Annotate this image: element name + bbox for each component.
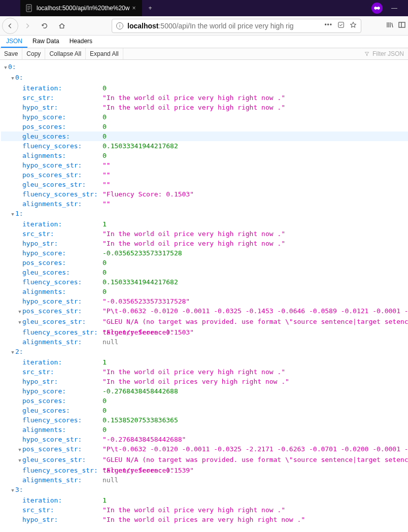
- view-tabs: JSON Raw Data Headers: [0, 36, 408, 48]
- navigation-bar: i localhost:5000/api/In the world oil pr…: [0, 16, 408, 36]
- json-row[interactable]: ▼gleu_scores_str:"GLEU N/A (no target wa…: [1, 317, 408, 327]
- toggle-icon[interactable]: ▼: [17, 445, 22, 455]
- json-row[interactable]: alignments_str:"": [1, 199, 408, 209]
- reload-button[interactable]: [37, 18, 53, 34]
- toggle-icon[interactable]: ▼: [17, 318, 22, 327]
- json-toolbar: Save Copy Collapse All Expand All Filter…: [0, 48, 408, 60]
- json-row[interactable]: src_str:"In the world oil price very hig…: [1, 229, 408, 239]
- bookmark-icon[interactable]: [350, 21, 357, 30]
- forward-button[interactable]: [19, 18, 36, 34]
- save-button[interactable]: Save: [0, 48, 22, 59]
- svg-rect-2: [399, 22, 405, 27]
- url-path: :5000/api/In the world oil price very hi…: [158, 22, 293, 30]
- json-row[interactable]: pos_scores_str:"": [1, 170, 408, 180]
- json-row[interactable]: fluency_scores:0.15033341944217682: [1, 277, 408, 287]
- json-row[interactable]: gleu_scores_str:"": [1, 180, 408, 189]
- toggle-icon[interactable]: ▼: [10, 74, 15, 83]
- json-row[interactable]: gleu_scores:0: [1, 268, 408, 277]
- json-row[interactable]: hypo_score_str:"-0.2768438458442688": [1, 435, 408, 444]
- json-row[interactable]: hypo_score:-0.03565233573317528: [1, 248, 408, 258]
- copy-button[interactable]: Copy: [22, 48, 45, 59]
- json-row[interactable]: hypo_str:"In the world oil prices are ve…: [1, 515, 408, 524]
- json-row[interactable]: hypo_str:"In the world oil price very hi…: [1, 239, 408, 248]
- json-row[interactable]: ▼pos_scores_str:"P\t-0.0632 -0.0120 -0.0…: [1, 444, 408, 455]
- json-row[interactable]: ▼1:: [1, 209, 408, 219]
- expand-all-button[interactable]: Expand All: [86, 48, 123, 59]
- home-button[interactable]: [54, 18, 70, 34]
- json-row[interactable]: ▼gleu_scores_str:"GLEU N/A (no target wa…: [1, 455, 408, 466]
- json-row[interactable]: fluency_scores_str:"Fluency Score: 0.150…: [1, 189, 408, 199]
- toggle-icon[interactable]: ▼: [10, 486, 15, 495]
- json-row[interactable]: ▼3:: [1, 485, 408, 495]
- json-row[interactable]: hypo_str:"In the world oil prices very h…: [1, 377, 408, 386]
- json-row[interactable]: hypo_str:"In the world oil price very hi…: [1, 103, 408, 112]
- json-file-icon: [25, 4, 33, 12]
- json-row[interactable]: alignments_str:null: [1, 337, 408, 347]
- json-viewer: ▼0:▼0:iteration:0src_str:"In the world o…: [0, 60, 408, 532]
- json-row[interactable]: gleu_scores:0: [1, 131, 408, 141]
- json-row[interactable]: ▼0:: [1, 73, 408, 83]
- info-icon[interactable]: i: [116, 22, 123, 29]
- toggle-icon[interactable]: ▼: [10, 210, 15, 219]
- json-row[interactable]: ▼2:: [1, 347, 408, 357]
- json-row[interactable]: pos_scores:0: [1, 122, 408, 131]
- browser-tab[interactable]: localhost:5000/api/In%20the%20wo ×: [20, 0, 142, 16]
- json-row[interactable]: pos_scores:0: [1, 396, 408, 406]
- json-row[interactable]: alignments:0: [1, 151, 408, 160]
- tab-title: localhost:5000/api/In%20the%20wo: [37, 5, 130, 12]
- url-bar[interactable]: i localhost:5000/api/In the world oil pr…: [112, 19, 361, 33]
- json-row[interactable]: ▼0:: [1, 62, 408, 73]
- json-row[interactable]: fluency_scores:0.15385207533836365: [1, 415, 408, 425]
- library-icon[interactable]: [386, 21, 394, 30]
- title-bar-right: —: [371, 0, 408, 16]
- url-host: localhost: [127, 22, 158, 30]
- json-row[interactable]: src_str:"In the world oil price very hig…: [1, 93, 408, 103]
- toggle-icon[interactable]: ▼: [10, 348, 15, 357]
- reader-mode-icon[interactable]: [337, 21, 345, 30]
- private-browsing-icon: [371, 3, 383, 14]
- page-actions-icon[interactable]: •••: [324, 21, 332, 30]
- json-row[interactable]: hypo_score_str:"-0.03565233573317528": [1, 296, 408, 306]
- json-row[interactable]: hypo_score:0: [1, 112, 408, 122]
- window-minimize-icon[interactable]: —: [387, 5, 402, 12]
- new-tab-button[interactable]: +: [143, 0, 157, 16]
- json-row[interactable]: iteration:1: [1, 357, 408, 367]
- toggle-icon[interactable]: ▼: [17, 456, 22, 466]
- filter-icon: [364, 51, 369, 56]
- json-row[interactable]: fluency_scores_str:"Fluency Score: 0.153…: [1, 466, 408, 475]
- json-row[interactable]: src_str:"In the world oil price very hig…: [1, 505, 408, 515]
- tab-headers[interactable]: Headers: [64, 36, 97, 48]
- json-row[interactable]: iteration:1: [1, 219, 408, 229]
- svg-rect-1: [338, 22, 344, 28]
- json-row[interactable]: iteration:1: [1, 495, 408, 505]
- json-row[interactable]: fluency_scores_str:"Fluency Score: 0.150…: [1, 327, 408, 337]
- json-row[interactable]: ▼pos_scores_str:"P\t-0.0632 -0.0120 -0.0…: [1, 306, 408, 317]
- sidebar-icon[interactable]: [398, 21, 406, 30]
- collapse-all-button[interactable]: Collapse All: [45, 48, 86, 59]
- tab-raw-data[interactable]: Raw Data: [27, 36, 64, 48]
- json-row[interactable]: fluency_scores:0.15033341944217682: [1, 141, 408, 151]
- json-row[interactable]: hypo_score_str:"": [1, 160, 408, 170]
- filter-input[interactable]: Filter JSON: [360, 48, 408, 59]
- json-row[interactable]: gleu_scores:0: [1, 406, 408, 415]
- toggle-icon[interactable]: ▼: [17, 307, 22, 317]
- json-row[interactable]: alignments:0: [1, 287, 408, 296]
- back-button[interactable]: [2, 18, 18, 34]
- title-bar: localhost:5000/api/In%20the%20wo × + —: [0, 0, 408, 16]
- close-icon[interactable]: ×: [130, 5, 138, 12]
- json-row[interactable]: pos_scores:0: [1, 258, 408, 268]
- json-row[interactable]: alignments:0: [1, 425, 408, 435]
- tab-json[interactable]: JSON: [1, 36, 27, 48]
- json-row[interactable]: iteration:0: [1, 83, 408, 93]
- json-row[interactable]: hypo_score:-0.2768438458442688: [1, 386, 408, 396]
- toggle-icon[interactable]: ▼: [3, 63, 8, 73]
- json-row[interactable]: alignments_str:null: [1, 475, 408, 485]
- json-row[interactable]: src_str:"In the world oil price very hig…: [1, 367, 408, 377]
